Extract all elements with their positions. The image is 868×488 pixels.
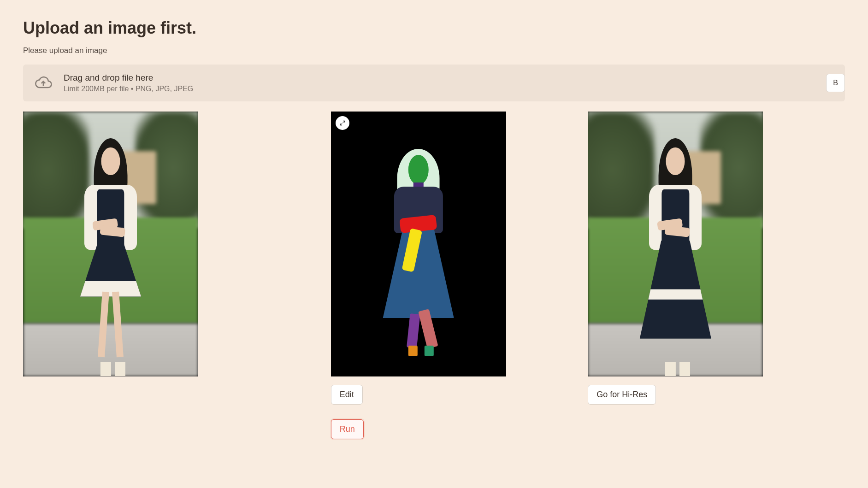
original-column: [23, 112, 280, 376]
segmentation-image[interactable]: [331, 112, 506, 376]
edit-button[interactable]: Edit: [331, 385, 363, 405]
go-for-hires-button[interactable]: Go for Hi-Res: [588, 385, 656, 405]
dropzone-title: Drag and drop file here: [64, 73, 193, 83]
cloud-upload-icon: [33, 73, 53, 93]
run-button[interactable]: Run: [331, 419, 364, 439]
browse-files-button[interactable]: B: [826, 74, 845, 92]
result-image[interactable]: [588, 112, 763, 376]
image-columns: Edit Run: [23, 112, 845, 439]
segmentation-column: Edit Run: [280, 112, 588, 439]
file-dropzone[interactable]: Drag and drop file here Limit 200MB per …: [23, 65, 845, 101]
original-image[interactable]: [23, 112, 198, 376]
dropzone-limits: Limit 200MB per file • PNG, JPG, JPEG: [64, 85, 193, 93]
result-column: Go for Hi-Res: [588, 112, 845, 405]
page-title: Upload an image first.: [23, 18, 845, 38]
fullscreen-icon[interactable]: [336, 116, 349, 130]
page-subtitle: Please upload an image: [23, 46, 845, 55]
